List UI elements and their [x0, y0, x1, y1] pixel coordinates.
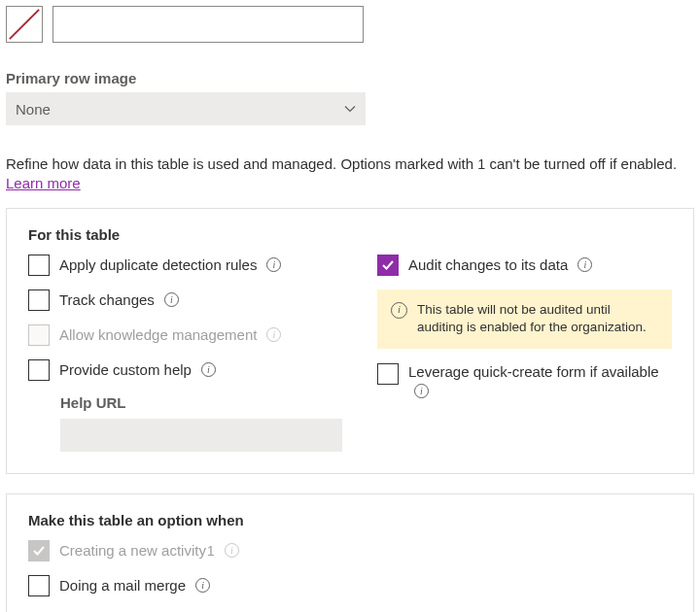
checkbox-disabled-checked	[28, 540, 50, 561]
info-icon: i	[266, 327, 281, 342]
option-audit-changes[interactable]: Audit changes to its data i	[377, 255, 672, 276]
primary-row-image-select[interactable]: None	[6, 92, 366, 125]
info-icon: i	[391, 302, 407, 319]
checkbox-unchecked[interactable]	[28, 575, 50, 596]
primary-row-image-value: None	[16, 101, 51, 118]
info-icon[interactable]: i	[414, 384, 429, 398]
option-doing-mail-merge[interactable]: Doing a mail merge i	[28, 575, 672, 596]
audit-warning-text: This table will not be audited until aud…	[417, 301, 658, 338]
primary-row-image-label: Primary row image	[6, 70, 694, 86]
checkbox-unchecked[interactable]	[377, 363, 399, 385]
section-title: For this table	[28, 226, 672, 243]
section-for-this-table: For this table Apply duplicate detection…	[6, 208, 694, 474]
info-icon[interactable]: i	[201, 362, 216, 377]
help-url-input	[60, 419, 342, 452]
option-leverage-quick-create[interactable]: Leverage quick-create form if available …	[377, 362, 672, 398]
option-apply-duplicate-detection[interactable]: Apply duplicate detection rules i	[28, 255, 342, 276]
section-title: Make this table an option when	[28, 512, 672, 528]
checkbox-unchecked[interactable]	[28, 359, 50, 381]
svg-line-0	[10, 10, 39, 39]
option-allow-knowledge-management: Allow knowledge management i	[28, 324, 342, 346]
chevron-down-icon	[344, 103, 356, 115]
option-provide-custom-help[interactable]: Provide custom help i	[28, 359, 342, 381]
help-url-label: Help URL	[60, 394, 342, 411]
refine-description: Refine how data in this table is used an…	[6, 154, 694, 194]
checkbox-unchecked[interactable]	[28, 255, 50, 276]
section-make-option-when: Make this table an option when Creating …	[6, 493, 694, 613]
help-url-block: Help URL	[60, 394, 342, 452]
table-settings-panel: Primary row image None Refine how data i…	[0, 0, 700, 612]
info-icon: i	[225, 543, 239, 558]
checkbox-unchecked[interactable]	[28, 289, 50, 311]
option-track-changes[interactable]: Track changes i	[28, 289, 342, 311]
info-icon[interactable]: i	[578, 257, 592, 272]
learn-more-link[interactable]: Learn more	[6, 175, 81, 191]
info-icon[interactable]: i	[266, 257, 281, 272]
checkbox-checked[interactable]	[377, 255, 399, 276]
option-creating-new-activity: Creating a new activity 1 i	[28, 540, 672, 561]
display-name-input[interactable]	[52, 6, 364, 43]
no-color-icon	[7, 7, 42, 42]
checkbox-disabled	[28, 324, 50, 346]
color-picker-none[interactable]	[6, 6, 43, 43]
audit-warning-message: i This table will not be audited until a…	[377, 289, 672, 350]
info-icon[interactable]: i	[164, 292, 179, 307]
color-and-name-row	[6, 6, 694, 43]
info-icon[interactable]: i	[195, 578, 210, 593]
